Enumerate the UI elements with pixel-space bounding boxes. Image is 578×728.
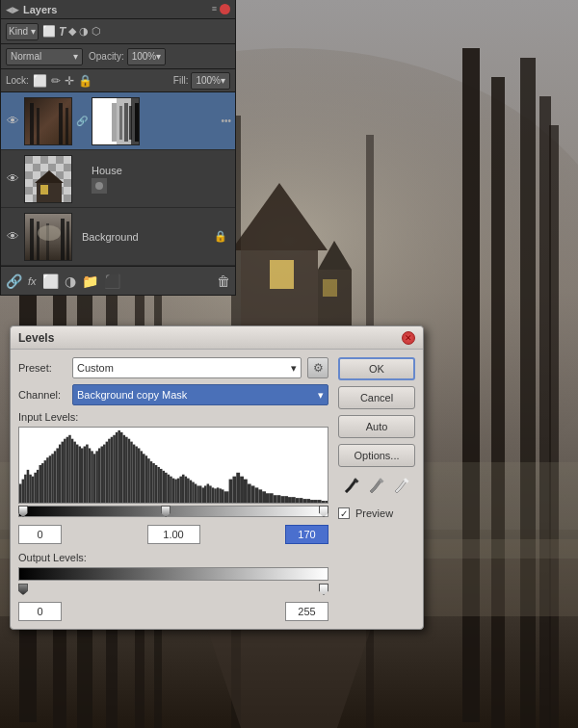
svg-rect-128: [160, 469, 163, 503]
lock-paint-icon[interactable]: ✏: [51, 74, 61, 88]
fill-value[interactable]: 100% ▾: [191, 72, 230, 90]
panel-window-controls: ≡: [212, 4, 230, 14]
ok-button[interactable]: OK: [338, 357, 415, 380]
svg-rect-131: [168, 475, 171, 503]
white-eyedropper[interactable]: [392, 477, 411, 496]
layer-link-icon[interactable]: 🔗: [76, 116, 86, 126]
group-icon[interactable]: 📁: [82, 273, 98, 289]
panel-menu-arrow[interactable]: ≡: [212, 4, 217, 14]
layer-item[interactable]: 👁: [1, 150, 235, 208]
new-layer-icon[interactable]: ⬛: [104, 273, 120, 289]
channel-select[interactable]: Background copy Mask ▾: [72, 384, 328, 405]
panel-collapse-arrows[interactable]: ◀▶: [6, 5, 19, 14]
gray-eyedropper[interactable]: [367, 477, 386, 496]
fx-icon[interactable]: fx: [28, 275, 37, 287]
layer-visibility-toggle[interactable]: 👁: [5, 114, 20, 128]
layers-panel: ◀▶ Layers ≡ Kind ▾ ⬜ T ◆ ◑ ⬡ Normal ▾ Op…: [0, 0, 236, 296]
svg-rect-158: [236, 473, 240, 503]
svg-rect-29: [59, 103, 63, 145]
layer-mask-thumbnail: [92, 97, 140, 145]
input-black-point-field[interactable]: [18, 525, 62, 544]
input-midpoint-field[interactable]: [147, 525, 200, 544]
adjustment-icon[interactable]: ◑: [65, 273, 76, 289]
layer-kind-select[interactable]: Kind ▾: [6, 23, 39, 40]
layer-thumbnail: [24, 155, 72, 203]
svg-rect-161: [248, 484, 251, 504]
svg-rect-164: [258, 489, 262, 503]
shape-filter-icon[interactable]: ◆: [68, 25, 76, 38]
layer-visibility-toggle[interactable]: 👁: [5, 229, 20, 244]
svg-rect-43: [56, 156, 64, 164]
layer-item[interactable]: 👁: [1, 92, 235, 150]
channel-row: Channel: Background copy Mask ▾: [18, 384, 328, 405]
dialog-close-button[interactable]: ✕: [402, 331, 415, 345]
svg-rect-122: [145, 455, 148, 503]
svg-rect-100: [91, 451, 93, 503]
blend-mode-select[interactable]: Normal ▾: [6, 48, 83, 65]
delete-layer-icon[interactable]: 🗑: [217, 273, 230, 289]
layer-options-icon[interactable]: •••: [221, 116, 231, 126]
text-filter-icon[interactable]: T: [59, 25, 66, 39]
svg-rect-167: [270, 493, 274, 503]
fill-group: Fill: 100% ▾: [173, 72, 230, 90]
svg-rect-22: [323, 279, 337, 297]
output-black-handle[interactable]: [18, 584, 28, 595]
panel-close-button[interactable]: [220, 4, 230, 14]
lock-all-icon[interactable]: 🔒: [78, 74, 92, 88]
link-layers-icon[interactable]: 🔗: [6, 273, 22, 289]
svg-rect-121: [143, 454, 145, 503]
output-min-field[interactable]: [18, 602, 62, 621]
opacity-label: Opacity:: [89, 51, 124, 62]
output-white-handle[interactable]: [319, 584, 328, 595]
adjustment-filter-icon[interactable]: ◑: [79, 25, 89, 38]
input-levels-label: Input Levels:: [18, 411, 328, 423]
options-button[interactable]: Options...: [338, 444, 415, 467]
svg-rect-181: [322, 501, 326, 503]
svg-rect-166: [266, 493, 270, 503]
output-values-row: [18, 602, 328, 621]
svg-rect-52: [64, 179, 71, 187]
svg-rect-142: [195, 484, 197, 504]
add-mask-icon[interactable]: ⬜: [42, 273, 59, 289]
svg-rect-59: [37, 183, 62, 203]
preview-checkbox[interactable]: ✓: [338, 507, 350, 519]
preset-row: Preset: Custom ▾ ⚙: [18, 357, 328, 378]
svg-rect-173: [292, 497, 296, 503]
preset-select[interactable]: Custom ▾: [72, 357, 302, 378]
preset-gear-button[interactable]: ⚙: [307, 357, 328, 378]
svg-rect-90: [66, 437, 69, 503]
svg-point-70: [38, 225, 61, 241]
black-eyedropper[interactable]: [342, 477, 361, 496]
svg-rect-177: [306, 499, 310, 503]
svg-rect-168: [274, 495, 277, 503]
svg-rect-180: [318, 500, 322, 503]
svg-rect-39: [135, 103, 139, 142]
pixel-filter-icon[interactable]: ⬜: [42, 25, 56, 38]
svg-rect-101: [93, 454, 96, 503]
lock-move-icon[interactable]: ✛: [65, 74, 74, 88]
layer-item[interactable]: 👁: [1, 208, 235, 266]
output-max-field[interactable]: [285, 602, 328, 621]
svg-rect-38: [129, 106, 132, 140]
svg-rect-149: [212, 487, 215, 503]
svg-rect-159: [240, 477, 244, 503]
layer-mask-small: [92, 178, 107, 194]
svg-rect-153: [222, 489, 224, 503]
svg-rect-171: [284, 496, 288, 503]
svg-rect-119: [138, 448, 141, 503]
svg-rect-141: [192, 482, 195, 503]
opacity-value[interactable]: 100% ▾: [127, 48, 167, 65]
svg-rect-102: [95, 451, 98, 503]
cancel-button[interactable]: Cancel: [338, 386, 415, 409]
input-white-point-field[interactable]: [285, 525, 328, 544]
dialog-right-section: OK Cancel Auto Options...: [338, 357, 415, 621]
svg-rect-88: [62, 442, 65, 503]
output-gradient-bar: [18, 567, 328, 581]
eyedroppers-row: [338, 477, 415, 496]
smart-filter-icon[interactable]: ⬡: [92, 25, 101, 38]
layer-visibility-toggle[interactable]: 👁: [5, 171, 20, 186]
svg-rect-152: [219, 488, 222, 503]
svg-rect-111: [118, 430, 120, 503]
auto-button[interactable]: Auto: [338, 415, 415, 438]
lock-transparent-icon[interactable]: ⬜: [33, 74, 47, 88]
